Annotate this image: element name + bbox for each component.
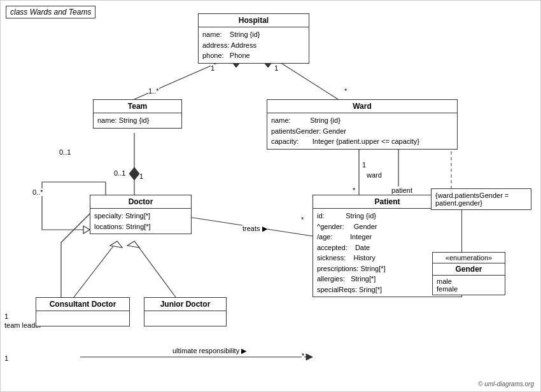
label-patient-star3: * bbox=[302, 352, 304, 360]
svg-marker-11 bbox=[127, 241, 139, 248]
diagram-title: class Wards and Teams bbox=[6, 6, 95, 18]
diagram-container: class Wards and Teams bbox=[0, 0, 541, 392]
svg-marker-15 bbox=[306, 354, 313, 360]
team-attributes: name: String {id} bbox=[94, 113, 181, 128]
label-ultimate: ultimate responsibility ▶ bbox=[172, 347, 246, 355]
ward-attributes: name: String {id} patientsGender: Gender… bbox=[267, 113, 457, 149]
svg-marker-23 bbox=[83, 226, 90, 234]
ward-box: Ward name: String {id} patientsGender: G… bbox=[267, 99, 458, 150]
team-box: Team name: String {id} bbox=[93, 99, 182, 129]
consultant-doctor-body bbox=[36, 311, 129, 326]
team-title: Team bbox=[94, 100, 181, 113]
label-doctor-0_1: 0..1 bbox=[114, 169, 125, 177]
label-hosp-team-1: 1 bbox=[211, 64, 214, 72]
enumeration-box: «enumeration» Gender malefemale bbox=[432, 252, 505, 295]
label-patient-star2: * bbox=[301, 216, 304, 223]
svg-marker-5 bbox=[129, 167, 139, 180]
svg-marker-9 bbox=[110, 241, 122, 248]
label-consultant-1: 1 bbox=[4, 312, 8, 320]
doctor-attributes: specialty: String[*] locations: String[*… bbox=[90, 209, 191, 234]
svg-line-13 bbox=[61, 211, 93, 242]
label-doctor-0star: 0..* bbox=[32, 188, 43, 196]
label-team-1: 1 bbox=[139, 172, 143, 180]
label-team-0_1: 0..1 bbox=[59, 148, 71, 156]
label-ward-star: * bbox=[353, 186, 355, 194]
enum-title: Gender bbox=[433, 263, 505, 276]
label-treats: treats ▶ bbox=[242, 225, 267, 233]
doctor-title: Doctor bbox=[90, 195, 191, 209]
label-ward-role: ward bbox=[367, 171, 382, 179]
hospital-attributes: name: String {id} address: Address phone… bbox=[199, 27, 309, 63]
consultant-doctor-box: Consultant Doctor bbox=[36, 297, 130, 326]
hospital-box: Hospital name: String {id} address: Addr… bbox=[198, 13, 309, 64]
junior-doctor-title: Junior Doctor bbox=[144, 298, 226, 311]
label-patient-role: patient bbox=[391, 186, 412, 194]
svg-line-10 bbox=[134, 241, 176, 297]
label-hosp-ward-1: 1 bbox=[274, 64, 278, 72]
label-hosp-team-1star: 1..* bbox=[148, 87, 159, 95]
hospital-title: Hospital bbox=[199, 14, 309, 27]
copyright: © uml-diagrams.org bbox=[478, 381, 534, 388]
title-class-keyword: class Wards and Teams bbox=[10, 8, 91, 17]
ward-title: Ward bbox=[267, 100, 457, 113]
consultant-doctor-title: Consultant Doctor bbox=[36, 298, 129, 311]
enum-body: malefemale bbox=[433, 276, 505, 295]
junior-doctor-body bbox=[144, 311, 226, 326]
label-hosp-ward-star: * bbox=[344, 87, 347, 95]
label-ward-1: 1 bbox=[362, 161, 366, 169]
constraint-note: {ward.patientsGender =patient.gender} bbox=[431, 188, 531, 210]
svg-line-8 bbox=[74, 241, 117, 297]
doctor-box: Doctor specialty: String[*] locations: S… bbox=[90, 195, 192, 234]
label-consultant-1b: 1 bbox=[4, 354, 8, 362]
enum-stereotype: «enumeration» bbox=[433, 253, 505, 263]
junior-doctor-box: Junior Doctor bbox=[144, 297, 227, 326]
